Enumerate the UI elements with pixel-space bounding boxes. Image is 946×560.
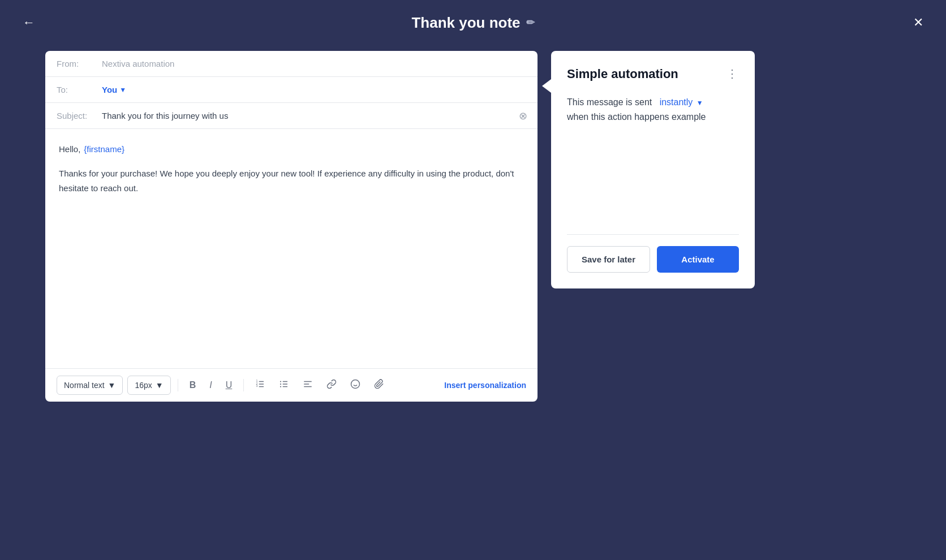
bold-button[interactable]: B <box>185 377 201 394</box>
ordered-list-icon: 1 2 3 <box>255 379 265 391</box>
insert-personalization-button[interactable]: Insert personalization <box>444 381 526 390</box>
email-panel: From: Nextiva automation To: You ▼ Subje… <box>45 51 538 402</box>
svg-point-10 <box>280 384 281 385</box>
attachment-icon <box>374 379 384 391</box>
subject-label: Subject: <box>57 111 102 120</box>
page-title: Thank you note <box>411 14 520 32</box>
bold-icon: B <box>190 380 196 390</box>
subject-field: Subject: Thank you for this journey with… <box>45 103 538 129</box>
description-suffix: when this action happens example <box>567 112 706 122</box>
ordered-list-button[interactable]: 1 2 3 <box>251 376 270 395</box>
back-icon: ← <box>23 15 35 29</box>
to-value-text: You <box>102 85 117 94</box>
firstname-tag: {firstname} <box>84 143 124 156</box>
panel-header: Simple automation ⋮ <box>567 67 739 81</box>
formatting-toolbar: Normal text ▼ 16px ▼ B I U <box>45 368 538 402</box>
edit-title-icon[interactable]: ✏ <box>526 16 535 29</box>
underline-button[interactable]: U <box>221 377 237 394</box>
svg-point-9 <box>280 381 281 382</box>
svg-point-11 <box>280 386 281 387</box>
svg-text:3: 3 <box>256 384 258 387</box>
back-button[interactable]: ← <box>23 15 35 30</box>
close-button[interactable]: ✕ <box>913 15 923 30</box>
from-value: Nextiva automation <box>102 59 174 68</box>
to-dropdown[interactable]: You ▼ <box>102 85 126 94</box>
instantly-label: instantly <box>660 97 693 107</box>
header: ← Thank you note ✏ ✕ <box>0 0 946 45</box>
save-later-button[interactable]: Save for later <box>567 246 650 273</box>
from-label: From: <box>57 59 102 68</box>
panel-description: This message is sent instantly ▼ when th… <box>567 95 739 124</box>
text-style-label: Normal text <box>64 381 105 390</box>
font-size-chevron: ▼ <box>156 381 164 390</box>
panel-title: Simple automation <box>567 67 678 81</box>
page-title-container: Thank you note ✏ <box>411 14 534 32</box>
italic-button[interactable]: I <box>205 377 216 394</box>
panel-menu-icon[interactable]: ⋮ <box>726 67 739 80</box>
instantly-link[interactable]: instantly ▼ <box>660 97 703 107</box>
link-icon <box>326 379 337 391</box>
underline-icon: U <box>226 380 233 390</box>
to-chevron-icon: ▼ <box>119 86 126 94</box>
close-icon: ✕ <box>913 15 923 29</box>
text-style-chevron: ▼ <box>108 381 116 390</box>
insert-personalization-label: Insert personalization <box>444 381 526 390</box>
align-button[interactable] <box>298 376 317 395</box>
emoji-button[interactable] <box>346 376 365 395</box>
save-later-label: Save for later <box>582 255 635 264</box>
description-prefix: This message is sent <box>567 97 652 107</box>
body-text: Thanks for your purchase! We hope you de… <box>59 166 524 195</box>
panel-actions: Save for later Activate <box>567 246 739 273</box>
unordered-list-button[interactable] <box>274 376 294 395</box>
font-size-label: 16px <box>135 381 152 390</box>
activate-label: Activate <box>681 255 714 264</box>
link-button[interactable] <box>322 376 341 395</box>
greeting-line: Hello, {firstname} <box>59 143 524 156</box>
to-field: To: You ▼ <box>45 77 538 103</box>
emoji-icon <box>350 379 360 391</box>
font-size-select[interactable]: 16px ▼ <box>127 376 170 395</box>
automation-sidebar: Simple automation ⋮ This message is sent… <box>551 51 755 288</box>
instantly-dropdown-icon: ▼ <box>696 99 703 107</box>
email-body[interactable]: Hello, {firstname} Thanks for your purch… <box>45 129 538 368</box>
svg-point-15 <box>351 380 360 389</box>
align-icon <box>303 379 313 391</box>
attachment-button[interactable] <box>369 376 389 395</box>
italic-icon: I <box>209 380 212 390</box>
main-content: From: Nextiva automation To: You ▼ Subje… <box>0 45 946 402</box>
activate-button[interactable]: Activate <box>657 246 739 273</box>
greeting-text: Hello, <box>59 143 80 156</box>
subject-value[interactable]: Thank you for this journey with us <box>102 111 526 120</box>
subject-clear-icon[interactable]: ⊗ <box>519 110 527 122</box>
toolbar-divider-1 <box>178 379 178 391</box>
from-field: From: Nextiva automation <box>45 51 538 77</box>
panel-divider <box>567 234 739 235</box>
toolbar-divider-2 <box>243 379 244 391</box>
text-style-select[interactable]: Normal text ▼ <box>57 376 123 395</box>
unordered-list-icon <box>279 379 289 391</box>
to-label: To: <box>57 85 102 94</box>
